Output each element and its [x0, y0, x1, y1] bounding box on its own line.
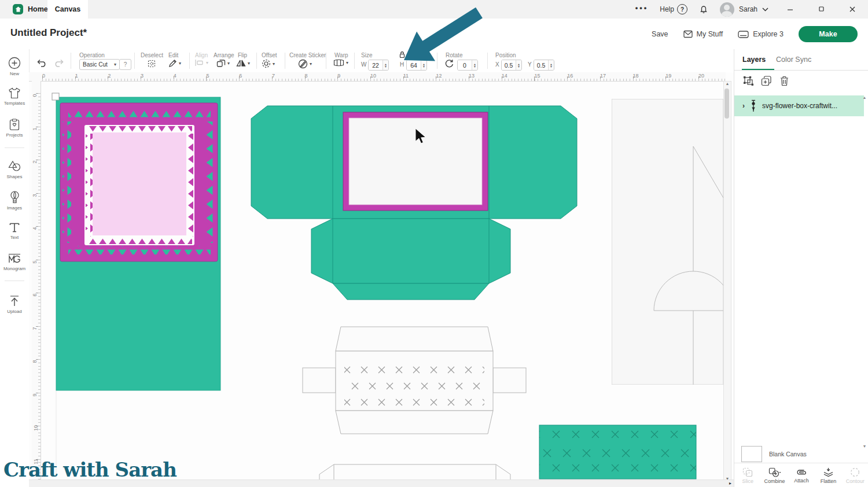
deselect-button[interactable] [147, 59, 156, 68]
upload-icon [9, 295, 20, 307]
sidebar-item-shapes[interactable]: Shapes [0, 160, 29, 179]
user-name: Sarah [739, 5, 757, 13]
my-stuff-button[interactable]: My Stuff [683, 30, 723, 38]
stepper-icon[interactable]: ▲▼ [516, 60, 521, 70]
layer-row[interactable]: › svg-flower-box-craftwit... [734, 95, 864, 116]
operation-help-button[interactable]: ? [119, 59, 131, 70]
tab-canvas-label: Canvas [55, 5, 80, 13]
scroll-right-icon[interactable]: ▸ [729, 481, 731, 486]
scrollbar-thumb[interactable] [724, 88, 729, 119]
expand-chevron-icon[interactable]: › [742, 102, 745, 110]
position-x-label: X [495, 61, 499, 68]
chevron-down-icon [762, 8, 768, 12]
tab-color-sync[interactable]: Color Sync [776, 49, 811, 70]
tab-layers[interactable]: Layers [742, 49, 766, 70]
deselect-label: Deselect [141, 52, 163, 58]
help-button[interactable]: Help ? [654, 0, 693, 19]
close-button[interactable] [837, 0, 868, 19]
size-label: Size [361, 52, 372, 58]
offset-button[interactable]: ▾ [262, 59, 275, 68]
shape-outline-template[interactable] [612, 99, 733, 385]
flip-label: Flip [238, 52, 247, 58]
help-label: Help [660, 5, 674, 13]
combine-button[interactable]: Combine [761, 463, 788, 487]
stepper-icon[interactable]: ▲▼ [548, 60, 554, 70]
canvas-vertical-scrollbar[interactable]: ▲ ▼ [723, 81, 731, 481]
layer-name: svg-flower-box-craftwit... [762, 102, 837, 110]
scroll-up-icon[interactable]: ▲ [863, 95, 867, 99]
align-label: Align [195, 52, 208, 58]
notifications-bell-icon[interactable] [693, 0, 714, 19]
operation-label: Operation [79, 52, 105, 58]
shape-teal-x-panel[interactable] [539, 425, 696, 479]
redo-button[interactable] [54, 59, 64, 67]
weld-layers-icon[interactable] [743, 76, 754, 86]
paperclip-icon [796, 468, 808, 477]
shirt-icon [8, 87, 21, 99]
align-button: ▾ [195, 59, 208, 67]
slice-icon [742, 467, 753, 477]
minimize-button[interactable] [774, 0, 806, 19]
position-x-input[interactable]: ▲▼ [501, 60, 522, 71]
operation-select[interactable]: Basic Cut ▾ [79, 59, 120, 70]
combine-icon [768, 467, 781, 477]
shape-box-template-teal[interactable] [251, 106, 577, 300]
annotation-arrow [381, 2, 491, 69]
home-icon [13, 4, 23, 14]
more-menu-icon[interactable]: ••• [630, 0, 654, 20]
flatten-button[interactable]: Flatten [815, 463, 841, 487]
shape-lace-frame-card[interactable] [56, 97, 220, 390]
selection-handle[interactable] [52, 93, 59, 100]
sidebar-item-upload[interactable]: Upload [0, 295, 29, 314]
create-sticker-label: Create Sticker [289, 52, 326, 58]
left-sidebar: New Templates Projects Shapes Images Tex… [0, 49, 30, 487]
tab-canvas[interactable]: Canvas [47, 0, 88, 19]
sidebar-item-monogram[interactable]: Monogram [0, 253, 29, 271]
flatten-icon [823, 467, 834, 477]
shape-box-template-white[interactable] [303, 327, 526, 434]
size-w-label: W [361, 61, 366, 68]
arrange-button[interactable]: ▾ [216, 59, 230, 68]
make-button[interactable]: Make [799, 26, 858, 42]
undo-button[interactable] [37, 59, 47, 67]
sidebar-item-images[interactable]: Images [0, 191, 29, 211]
canvas-artwork [29, 72, 734, 487]
balloon-icon [10, 191, 20, 204]
save-button[interactable]: Save [652, 30, 668, 38]
layer-actions-bar: Slice Combine Attach Flatten [734, 463, 868, 487]
question-icon: ? [677, 4, 687, 14]
clipboard-icon [9, 119, 20, 131]
text-icon [9, 222, 20, 233]
envelope-icon [683, 30, 693, 38]
sidebar-item-templates[interactable]: Templates [0, 87, 29, 106]
canvas-color-swatch[interactable] [741, 446, 762, 462]
caret-down-icon: ▾ [114, 62, 116, 67]
create-sticker-button[interactable]: ▾ [298, 59, 312, 69]
page-title: Untitled Project* [10, 27, 87, 39]
flip-button[interactable]: ▾ [236, 59, 250, 67]
maximize-button[interactable] [806, 0, 837, 19]
blank-canvas-label: Blank Canvas [769, 451, 807, 458]
warp-button[interactable]: ▾ [333, 59, 348, 67]
shapes-icon [8, 160, 21, 172]
machine-icon [738, 31, 749, 38]
delete-layer-icon[interactable] [780, 76, 789, 86]
explore-machine-button[interactable]: Explore 3 [738, 30, 784, 38]
design-canvas[interactable]: 01234567891011121314151617181920 0123456… [29, 72, 734, 487]
tab-home-label: Home [28, 5, 48, 13]
duplicate-layer-icon[interactable] [761, 76, 772, 86]
position-y-input[interactable]: ▲▼ [534, 60, 554, 71]
sidebar-item-text[interactable]: Text [0, 222, 29, 240]
edit-button[interactable]: ▾ [168, 59, 181, 68]
blank-canvas-row[interactable]: Blank Canvas [734, 445, 868, 463]
sidebar-item-projects[interactable]: Projects [0, 119, 29, 138]
warp-label: Warp [334, 52, 348, 58]
user-menu[interactable]: Sarah [714, 0, 774, 19]
arrange-label: Arrange [214, 52, 234, 58]
sidebar-item-new[interactable]: New [0, 57, 29, 76]
attach-button[interactable]: Attach [788, 463, 815, 487]
panel-scrollbar[interactable]: ▲ ▼ [862, 95, 867, 448]
position-label: Position [495, 52, 516, 58]
avatar [720, 2, 734, 17]
scroll-up-icon[interactable]: ▲ [726, 82, 730, 86]
